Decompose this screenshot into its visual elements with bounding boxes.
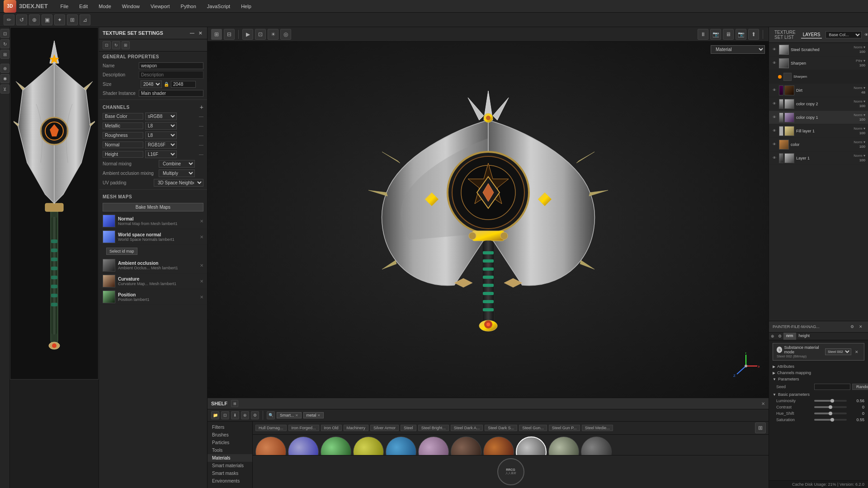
- layer-steel-scratched[interactable]: 👁 Steel Scratched Norm ▾ 100: [769, 43, 868, 56]
- sidebar-environments[interactable]: Environments: [208, 477, 252, 485]
- shader-input[interactable]: [139, 90, 203, 97]
- shelf-tag-smart[interactable]: Smart... ✕: [277, 412, 302, 418]
- left-tool-5[interactable]: ✱: [0, 74, 9, 83]
- shelf-item-painted2[interactable]: Steel Painte...: [288, 436, 319, 453]
- contrast-slider[interactable]: [814, 406, 847, 408]
- left-tool-4[interactable]: ⊕: [0, 64, 9, 73]
- mesh-map-curv-del[interactable]: ✕: [200, 279, 203, 284]
- layer-vis-color1[interactable]: 👁: [772, 115, 777, 120]
- left-tool-6[interactable]: ⊻: [0, 84, 9, 94]
- mesh-map-pos-del[interactable]: ✕: [200, 295, 203, 300]
- bake-mesh-maps-btn[interactable]: Bake Mesh Maps: [103, 203, 203, 211]
- shelf-grid-btn[interactable]: ⊡: [221, 411, 229, 419]
- select-id-map-btn[interactable]: Select id map: [106, 248, 137, 255]
- panel-close-btn[interactable]: ✕: [197, 30, 203, 36]
- menu-window[interactable]: Window: [120, 3, 142, 10]
- luminosity-slider[interactable]: [814, 400, 847, 402]
- substance-close-btn[interactable]: ✕: [853, 348, 860, 356]
- props-tab-nrm[interactable]: nrm: [783, 333, 796, 340]
- shelf-item-painted4[interactable]: Steel Painte...: [353, 436, 384, 453]
- vp-btn-pause[interactable]: ⏸: [698, 29, 708, 40]
- layer-vis-color2[interactable]: 👁: [772, 101, 777, 107]
- roughness-del[interactable]: —: [199, 133, 203, 138]
- seed-input[interactable]: [814, 384, 850, 390]
- base-color-del[interactable]: —: [199, 114, 203, 119]
- mesh-map-normal-del[interactable]: ✕: [200, 219, 203, 224]
- cat-machinery[interactable]: Machinery: [344, 425, 369, 431]
- layer-vis-1[interactable]: 👁: [772, 155, 777, 161]
- metallic-name[interactable]: [103, 122, 143, 129]
- tool-transform[interactable]: ⊞: [67, 14, 78, 25]
- vp-btn-grid[interactable]: ⊡: [255, 29, 266, 40]
- tool-selection[interactable]: ✦: [54, 14, 65, 25]
- cat-iron-old[interactable]: Iron Old: [321, 425, 342, 431]
- tool-paint[interactable]: ✏: [4, 14, 14, 25]
- shelf-expand-btn[interactable]: ⊞: [231, 400, 238, 407]
- substance-select[interactable]: Steel 002: [825, 348, 851, 355]
- tool-clone[interactable]: ⊕: [29, 14, 40, 25]
- layer-1[interactable]: 👁 Layer 1 Norm ▾ 100: [769, 151, 868, 165]
- layer-eye-btn[interactable]: 👁: [863, 31, 868, 38]
- props-settings-btn[interactable]: ⚙: [849, 323, 856, 330]
- shelf-settings-btn[interactable]: ⚙: [251, 411, 259, 419]
- tool-fill[interactable]: ▣: [42, 14, 52, 25]
- layer-color-copy2[interactable]: 👁 color copy 2 Norm ▾ 100: [769, 97, 868, 111]
- roughness-type[interactable]: L8: [145, 131, 177, 139]
- height-type[interactable]: L16F: [145, 150, 177, 158]
- metallic-del[interactable]: —: [199, 123, 203, 128]
- menu-javascript[interactable]: JavaScript: [205, 3, 232, 10]
- normal-type[interactable]: RGB16F: [145, 141, 177, 149]
- left-tool-1[interactable]: ⊡: [0, 29, 9, 38]
- layer-sharpen-sub[interactable]: Sharpen: [769, 70, 868, 84]
- basic-parameters-section[interactable]: ▼ Basic parameters: [773, 391, 864, 398]
- layer-vis-sharpen[interactable]: 👁: [772, 61, 777, 66]
- cat-silver-armor[interactable]: Silver Armor: [370, 425, 399, 431]
- sidebar-filters[interactable]: Filters: [208, 423, 252, 431]
- mesh-map-ws-del[interactable]: ✕: [200, 235, 203, 239]
- uv-padding-select[interactable]: 3D Space Neighbor: [154, 179, 203, 187]
- normal-name[interactable]: [103, 141, 143, 148]
- sidebar-smart-materials[interactable]: Smart materials: [208, 462, 252, 469]
- material-dropdown[interactable]: Material: [711, 45, 765, 54]
- layer-vis-color[interactable]: 👁: [772, 142, 777, 147]
- cat-steel[interactable]: Steel: [401, 425, 416, 431]
- texture-set-list-tab[interactable]: TEXTURE SET LIST: [773, 29, 797, 41]
- vp-btn-3d[interactable]: ⊟: [224, 29, 235, 40]
- vp-btn-render[interactable]: 🖥: [723, 29, 734, 40]
- shelf-import-btn[interactable]: ⬇: [231, 411, 239, 419]
- normal-del[interactable]: —: [199, 142, 203, 147]
- shelf-item-rust-s[interactable]: Steel Rust S...: [483, 436, 514, 453]
- luminosity-handle[interactable]: [830, 399, 834, 403]
- layer-color[interactable]: 👁 color Norm ▾ 100: [769, 138, 868, 151]
- vp-btn-env[interactable]: ◎: [280, 29, 291, 40]
- ts-grid-btn[interactable]: ⊡: [103, 41, 111, 49]
- channels-mapping-section[interactable]: ▶ Channels mapping: [773, 370, 864, 376]
- lock-icon[interactable]: 🔒: [164, 82, 169, 87]
- roughness-name[interactable]: [103, 132, 143, 139]
- size-select[interactable]: 204810244096: [141, 80, 162, 88]
- layer-dirt[interactable]: 👁 Dirt Norm ▾ 48: [769, 84, 868, 97]
- shelf-item-stained[interactable]: Steel Stained: [548, 436, 579, 453]
- props-close-btn[interactable]: ✕: [857, 323, 864, 330]
- vp-btn-export[interactable]: ⬆: [748, 29, 759, 40]
- sidebar-particles[interactable]: Particles: [208, 439, 252, 446]
- ts-refresh-btn[interactable]: ↻: [112, 41, 120, 49]
- contrast-handle[interactable]: [829, 405, 832, 409]
- vp-btn-play[interactable]: ▶: [242, 29, 253, 40]
- menu-viewport[interactable]: Viewport: [149, 3, 172, 10]
- layers-tab[interactable]: LAYERS: [801, 31, 822, 38]
- tool-smudge[interactable]: ↺: [16, 14, 27, 25]
- cat-iron-forged[interactable]: Iron Forged...: [288, 425, 319, 431]
- shelf-item-painted6[interactable]: Steel Painte...: [418, 436, 449, 453]
- name-input[interactable]: [139, 62, 203, 69]
- sidebar-brushes[interactable]: Brushes: [208, 431, 252, 439]
- layer-vis-scratched[interactable]: 👁: [772, 47, 777, 52]
- layer-sharpen[interactable]: 👁 Sharpen Pthr ▾ 100: [769, 56, 868, 70]
- cat-steel-dark-s[interactable]: Steel Dark S...: [485, 425, 517, 431]
- mesh-map-ao-del[interactable]: ✕: [200, 263, 203, 268]
- props-tab-height[interactable]: height: [796, 333, 813, 340]
- left-tool-2[interactable]: ↻: [0, 39, 9, 48]
- layer-fill1[interactable]: 👁 Fill layer 1 Norm ▾ 100: [769, 124, 868, 138]
- shelf-item-painted5[interactable]: Steel Painte...: [386, 436, 416, 453]
- layer-vis-dirt[interactable]: 👁: [772, 88, 777, 93]
